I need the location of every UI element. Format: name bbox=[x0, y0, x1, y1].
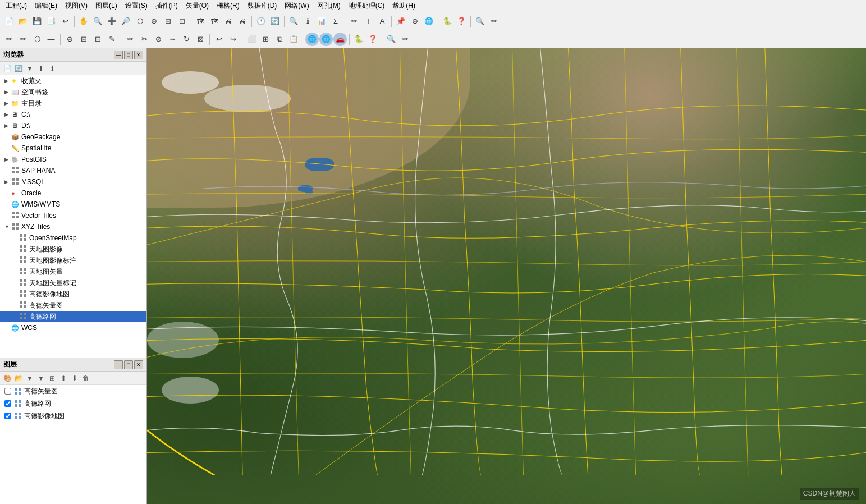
layer-expand-btn[interactable]: ⬆ bbox=[58, 373, 68, 383]
edit4-btn[interactable]: ✏ bbox=[398, 33, 412, 46]
globe3-btn[interactable]: 🌐 bbox=[319, 33, 333, 46]
vehicle-btn[interactable]: 🚗 bbox=[333, 33, 347, 46]
menu-network[interactable]: 网络(W) bbox=[281, 0, 312, 12]
tree-item-oracle[interactable]: ●Oracle bbox=[0, 187, 146, 199]
browser-close[interactable]: ✕ bbox=[134, 51, 143, 59]
globe2-btn[interactable]: 🌐 bbox=[305, 33, 319, 46]
pan-btn[interactable]: ✋ bbox=[77, 15, 90, 28]
tree-item-tianditu_vec_ann[interactable]: 天地图矢量标记 bbox=[0, 277, 146, 288]
label-btn[interactable]: T bbox=[361, 15, 375, 28]
browser-refresh-btn[interactable]: 🔄 bbox=[13, 63, 24, 74]
tree-item-wcs[interactable]: 🌐WCS bbox=[0, 322, 146, 333]
layer-filter-btn[interactable]: ▼ bbox=[25, 373, 35, 383]
tree-item-tianditu_vec[interactable]: 天地图矢量 bbox=[0, 266, 146, 277]
pan-map-btn[interactable]: 🗺 bbox=[194, 15, 207, 28]
menu-help[interactable]: 帮助(H) bbox=[389, 0, 419, 12]
node-btn[interactable]: ⬡ bbox=[30, 33, 44, 46]
layer-delete-btn[interactable]: 🗑 bbox=[81, 373, 91, 383]
select-btn[interactable]: ⬡ bbox=[133, 15, 146, 28]
edit3-btn[interactable]: ✏ bbox=[123, 33, 137, 46]
layers-minimize[interactable]: — bbox=[114, 360, 123, 369]
scale-btn[interactable]: ⊠ bbox=[194, 33, 207, 46]
menu-mesh[interactable]: 网孔(M) bbox=[314, 0, 344, 12]
pin-btn[interactable]: 📌 bbox=[394, 15, 407, 28]
tree-item-wms_wmts[interactable]: 🌐WMS/WMTS bbox=[0, 199, 146, 210]
help2-btn[interactable]: ❓ bbox=[366, 33, 379, 46]
refresh-btn[interactable]: 🔄 bbox=[268, 15, 282, 28]
zoom-full-btn[interactable]: 🔍 bbox=[91, 15, 104, 28]
layer-collapse-btn[interactable]: ⬇ bbox=[70, 373, 80, 383]
browser-minimize[interactable]: — bbox=[114, 51, 123, 59]
globe-btn[interactable]: 🌐 bbox=[422, 15, 436, 28]
tree-item-mssql[interactable]: ▶MSSQL bbox=[0, 176, 146, 187]
revert-btn[interactable]: ↩ bbox=[58, 15, 72, 28]
zoom-in-btn[interactable]: ➕ bbox=[105, 15, 118, 28]
tree-item-sap_hana[interactable]: SAP HANA bbox=[0, 165, 146, 176]
layers-close[interactable]: ✕ bbox=[134, 360, 143, 369]
new-map-btn[interactable]: 🗺 bbox=[208, 15, 221, 28]
copy-btn[interactable]: ⧉ bbox=[273, 33, 286, 46]
tree-item-xyz_tiles[interactable]: ▼XYZ Tiles bbox=[0, 221, 146, 232]
tree-item-bookmarks[interactable]: ▶📖空间书签 bbox=[0, 86, 146, 98]
layer-item-gaode_img_layer[interactable]: 高德影像地图 bbox=[0, 410, 146, 422]
identify-btn[interactable]: ℹ bbox=[301, 15, 314, 28]
zoom-native-btn[interactable]: ⊡ bbox=[175, 15, 189, 28]
save-as-btn[interactable]: 📑 bbox=[44, 15, 58, 28]
rotate-btn[interactable]: ↻ bbox=[180, 33, 193, 46]
layers-maximize[interactable]: □ bbox=[124, 360, 133, 369]
layer-checkbox-gaode_img_layer[interactable] bbox=[4, 413, 11, 419]
tree-item-vector_tiles[interactable]: Vector Tiles bbox=[0, 210, 146, 221]
layer-style-btn[interactable]: 🎨 bbox=[2, 373, 12, 383]
layer-filter2-btn[interactable]: ▼ bbox=[36, 373, 46, 383]
help-btn[interactable]: ❓ bbox=[455, 15, 468, 28]
tree-item-gaode_img[interactable]: 高德影像地图 bbox=[0, 288, 146, 300]
annotation-btn[interactable]: A bbox=[375, 15, 389, 28]
redo-btn[interactable]: ↪ bbox=[226, 33, 240, 46]
qgis-btn[interactable]: 🔍 bbox=[473, 15, 487, 28]
tree-item-openstreetmap[interactable]: OpenStreetMap bbox=[0, 232, 146, 244]
calc-btn[interactable]: Σ bbox=[329, 15, 342, 28]
move-btn[interactable]: ↔ bbox=[166, 33, 179, 46]
feature-btn[interactable]: ⊕ bbox=[408, 15, 421, 28]
tree-item-favorites[interactable]: ▶★收藏夹 bbox=[0, 75, 146, 86]
digitize-btn[interactable]: ✏ bbox=[347, 15, 361, 28]
open-project-btn[interactable]: 📂 bbox=[16, 15, 30, 28]
tree-item-tianditu_img[interactable]: 天地图影像 bbox=[0, 244, 146, 255]
layer-item-gaode_vec_layer[interactable]: 高德矢量图 bbox=[0, 385, 146, 397]
browser-maximize[interactable]: □ bbox=[124, 51, 133, 59]
browser-add-btn[interactable]: 📄 bbox=[2, 63, 12, 74]
layer-group-btn[interactable]: ⊞ bbox=[47, 373, 57, 383]
new-project-btn[interactable]: 📄 bbox=[2, 15, 16, 28]
delete-btn[interactable]: ✂ bbox=[138, 33, 151, 46]
tree-item-gaode_vec[interactable]: 高德矢量图 bbox=[0, 300, 146, 311]
split-btn[interactable]: ⊘ bbox=[152, 33, 165, 46]
zoom-selection-btn[interactable]: ⊞ bbox=[161, 15, 175, 28]
line-btn[interactable]: — bbox=[44, 33, 58, 46]
browser-info-btn[interactable]: ℹ bbox=[47, 63, 57, 74]
snap-btn[interactable]: ⊕ bbox=[63, 33, 76, 46]
python2-btn[interactable]: 🐍 bbox=[352, 33, 365, 46]
attr-btn[interactable]: ⊞ bbox=[259, 33, 272, 46]
menu-raster[interactable]: 栅格(R) bbox=[213, 0, 243, 12]
tree-item-gaode_road[interactable]: 高德路网 bbox=[0, 311, 146, 322]
print-btn[interactable]: 🖨 bbox=[222, 15, 235, 28]
tree-item-geopackage[interactable]: 📦GeoPackage bbox=[0, 131, 146, 143]
print2-btn[interactable]: 🖨 bbox=[236, 15, 249, 28]
qgis2-btn[interactable]: 🔍 bbox=[384, 33, 398, 46]
menu-view[interactable]: 视图(V) bbox=[62, 0, 91, 12]
browser-filter-btn[interactable]: ▼ bbox=[25, 63, 35, 74]
python-btn[interactable]: 🐍 bbox=[441, 15, 454, 28]
zoom-out-btn[interactable]: 🔎 bbox=[119, 15, 132, 28]
layer-open-btn[interactable]: 📂 bbox=[13, 373, 24, 383]
statistics-btn[interactable]: 📊 bbox=[315, 15, 328, 28]
layer-item-gaode_road_layer[interactable]: 高德路网 bbox=[0, 397, 146, 410]
snap2-btn[interactable]: ⊞ bbox=[77, 33, 90, 46]
menu-geoprocessing[interactable]: 地理处理(C) bbox=[345, 0, 388, 12]
snap4-btn[interactable]: ✎ bbox=[105, 33, 118, 46]
fill-btn[interactable]: ⬜ bbox=[245, 33, 258, 46]
snap3-btn[interactable]: ⊡ bbox=[91, 33, 104, 46]
tree-item-d_drive[interactable]: ▶🖥D:\ bbox=[0, 120, 146, 131]
menu-project[interactable]: 工程(J) bbox=[2, 0, 30, 12]
menu-database[interactable]: 数据库(D) bbox=[244, 0, 281, 12]
browser-collapse-btn[interactable]: ⬆ bbox=[36, 63, 46, 74]
